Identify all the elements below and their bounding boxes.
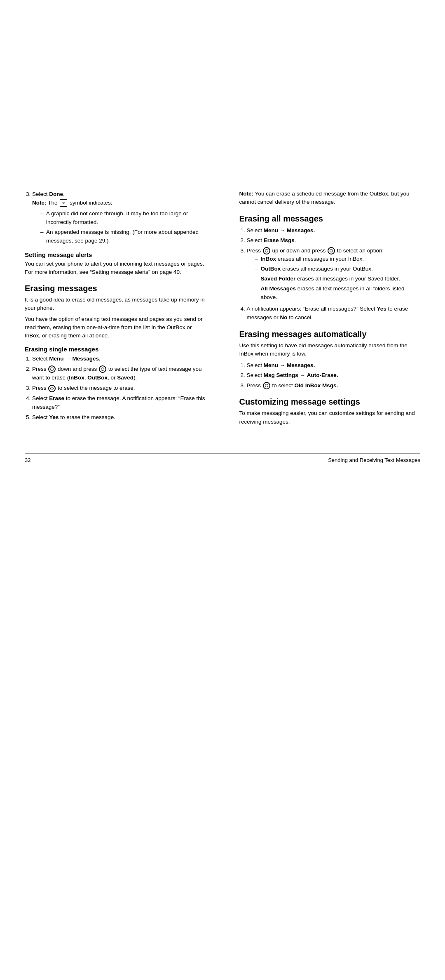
step3-select-done: Select Done. Note: The symbol indicates:… (32, 190, 206, 245)
nav-icon-2 (263, 247, 270, 254)
footer-area: 32 Sending and Receiving Text Messages (0, 457, 445, 463)
all-step1: Select Menu → Messages. (247, 226, 421, 235)
erasing-messages-body1: It is a good idea to erase old messages,… (25, 296, 206, 313)
nav-icon-1 (48, 365, 56, 373)
auto-step2: Select Msg Settings → Auto-Erase. (247, 371, 421, 380)
note-bullets: A graphic did not come through. It may b… (40, 210, 206, 245)
auto-steps: Select Menu → Messages. Select Msg Setti… (247, 361, 421, 390)
select-icon-1 (99, 365, 106, 373)
page: Select Done. Note: The symbol indicates:… (0, 0, 445, 980)
col-right: Note: You can erase a scheduled message … (231, 190, 421, 429)
all-bullet-all: All Messages erases all text messages in… (255, 285, 421, 302)
single-step5: Select Yes to erase the message. (32, 413, 206, 422)
right-note: Note: You can erase a scheduled message … (239, 190, 421, 207)
select-icon-4 (263, 382, 270, 389)
erasing-auto-body: Use this setting to have old messages au… (239, 342, 421, 358)
erasing-single-title: Erasing single messages (25, 346, 206, 353)
erasing-auto-title: Erasing messages automatically (239, 330, 421, 339)
chapter-title: Sending and Receiving Text Messages (328, 457, 420, 463)
note-bullet-1: A graphic did not come through. It may b… (40, 210, 206, 227)
broken-image-icon (60, 199, 67, 207)
note-bullet-2: An appended message is missing. (For mor… (40, 228, 206, 245)
single-steps: Select Menu → Messages. Press down and p… (32, 354, 206, 422)
all-bullet-inbox: InBox erases all messages in your InBox. (255, 255, 421, 264)
single-step3: Press to select the message to erase. (32, 384, 206, 393)
all-step4: A notification appears: “Erase all messa… (247, 304, 421, 322)
all-step3: Press up or down and press to select an … (247, 246, 421, 302)
single-step1: Select Menu → Messages. (32, 354, 206, 363)
select-icon-3 (328, 247, 335, 254)
note-symbol: Note: The symbol indicates: (32, 199, 206, 207)
all-step3-bullets: InBox erases all messages in your InBox.… (255, 255, 421, 302)
page-number: 32 (25, 457, 30, 463)
setting-alerts-body: You can set your phone to alert you of i… (25, 260, 206, 277)
content-area: Select Done. Note: The symbol indicates:… (0, 0, 445, 445)
auto-step3: Press to select Old InBox Msgs. (247, 381, 421, 390)
erasing-messages-body2: You have the option of erasing text mess… (25, 315, 206, 340)
all-bullet-saved: Saved Folder erases all messages in your… (255, 275, 421, 283)
single-step4: Select Erase to erase the message. A not… (32, 394, 206, 412)
select-icon-2 (48, 385, 56, 392)
all-steps: Select Menu → Messages. Select Erase Msg… (247, 226, 421, 323)
single-step2: Press down and press to select the type … (32, 365, 206, 382)
footer-rule (25, 453, 420, 454)
customizing-body: To make messaging easier, you can custom… (239, 409, 421, 426)
col-left: Select Done. Note: The symbol indicates:… (25, 190, 214, 429)
all-step2: Select Erase Msgs. (247, 236, 421, 245)
erasing-messages-title: Erasing messages (25, 284, 206, 293)
all-bullet-outbox: OutBox erases all messages in your OutBo… (255, 265, 421, 273)
erasing-all-title: Erasing all messages (239, 214, 421, 224)
setting-alerts-title: Setting message alerts (25, 251, 206, 258)
auto-step1: Select Menu → Messages. (247, 361, 421, 370)
customizing-title: Customizing message settings (239, 397, 421, 407)
